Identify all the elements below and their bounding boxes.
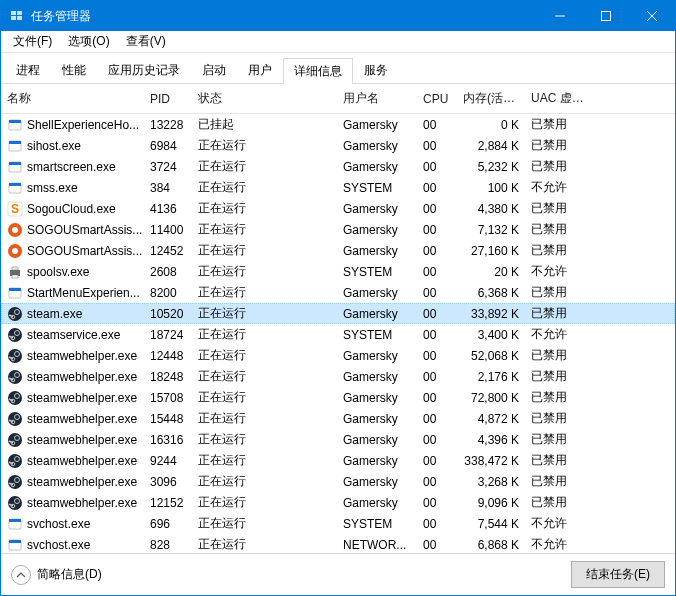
cell-memory: 33,892 K — [457, 307, 525, 321]
cell-name: steam.exe — [1, 306, 144, 322]
cell-status: 正在运行 — [192, 263, 337, 280]
table-row[interactable]: smss.exe384正在运行SYSTEM00100 K不允许 — [1, 177, 675, 198]
cell-memory: 2,176 K — [457, 370, 525, 384]
process-icon — [7, 474, 23, 490]
svg-rect-9 — [9, 120, 21, 123]
table-row[interactable]: ShellExperienceHo...13228已挂起Gamersky000 … — [1, 114, 675, 135]
table-row[interactable]: steamwebhelper.exe9244正在运行Gamersky00338,… — [1, 450, 675, 471]
cell-cpu: 00 — [417, 433, 457, 447]
table-row[interactable]: SOGOUSmartAssis...11400正在运行Gamersky007,1… — [1, 219, 675, 240]
cell-uac: 已禁用 — [525, 137, 595, 154]
menu-item-2[interactable]: 查看(V) — [118, 31, 174, 52]
cell-memory: 3,400 K — [457, 328, 525, 342]
table-row[interactable]: steamwebhelper.exe3096正在运行Gamersky003,26… — [1, 471, 675, 492]
table-row[interactable]: SSogouCloud.exe4136正在运行Gamersky004,380 K… — [1, 198, 675, 219]
table-body[interactable]: ShellExperienceHo...13228已挂起Gamersky000 … — [1, 114, 675, 553]
cell-user: Gamersky — [337, 475, 417, 489]
column-header-6[interactable]: UAC 虚拟化 — [525, 90, 595, 107]
table-row[interactable]: steamwebhelper.exe15448正在运行Gamersky004,8… — [1, 408, 675, 429]
cell-status: 正在运行 — [192, 536, 337, 553]
process-icon — [7, 348, 23, 364]
process-name: steamwebhelper.exe — [27, 349, 137, 363]
cell-cpu: 00 — [417, 286, 457, 300]
fewer-details-label[interactable]: 简略信息(D) — [37, 566, 102, 583]
cell-user: Gamersky — [337, 412, 417, 426]
menu-item-1[interactable]: 选项(O) — [60, 31, 117, 52]
cell-user: Gamersky — [337, 244, 417, 258]
cell-user: Gamersky — [337, 307, 417, 321]
tab-0[interactable]: 进程 — [5, 57, 51, 83]
table-row[interactable]: SOGOUSmartAssis...12452正在运行Gamersky0027,… — [1, 240, 675, 261]
table-row[interactable]: steamwebhelper.exe16316正在运行Gamersky004,3… — [1, 429, 675, 450]
tab-5[interactable]: 详细信息 — [283, 58, 353, 84]
cell-pid: 15708 — [144, 391, 192, 405]
cell-memory: 27,160 K — [457, 244, 525, 258]
minimize-button[interactable] — [537, 1, 583, 31]
cell-pid: 4136 — [144, 202, 192, 216]
cell-status: 正在运行 — [192, 515, 337, 532]
process-icon — [7, 117, 23, 133]
menu-item-0[interactable]: 文件(F) — [5, 31, 60, 52]
cell-user: Gamersky — [337, 223, 417, 237]
svg-rect-0 — [11, 11, 16, 15]
end-task-button[interactable]: 结束任务(E) — [571, 561, 665, 588]
cell-memory: 6,868 K — [457, 538, 525, 552]
cell-pid: 2608 — [144, 265, 192, 279]
table-row[interactable]: steam.exe10520正在运行Gamersky0033,892 K已禁用 — [1, 303, 675, 324]
table-row[interactable]: sihost.exe6984正在运行Gamersky002,884 K已禁用 — [1, 135, 675, 156]
table-row[interactable]: smartscreen.exe3724正在运行Gamersky005,232 K… — [1, 156, 675, 177]
column-header-5[interactable]: 内存(活动... — [457, 90, 525, 107]
cell-uac: 已禁用 — [525, 431, 595, 448]
column-header-1[interactable]: PID — [144, 92, 192, 106]
table-row[interactable]: steamwebhelper.exe18248正在运行Gamersky002,1… — [1, 366, 675, 387]
process-icon — [7, 327, 23, 343]
svg-rect-70 — [9, 540, 21, 543]
cell-user: SYSTEM — [337, 328, 417, 342]
cell-cpu: 00 — [417, 370, 457, 384]
process-icon — [7, 537, 23, 553]
process-icon — [7, 453, 23, 469]
cell-name: ShellExperienceHo... — [1, 117, 144, 133]
cell-name: steamwebhelper.exe — [1, 453, 144, 469]
tab-3[interactable]: 启动 — [191, 57, 237, 83]
maximize-button[interactable] — [583, 1, 629, 31]
table-row[interactable]: spoolsv.exe2608正在运行SYSTEM0020 K不允许 — [1, 261, 675, 282]
table-row[interactable]: svchost.exe828正在运行NETWOR...006,868 K不允许 — [1, 534, 675, 553]
cell-user: Gamersky — [337, 496, 417, 510]
cell-name: steamwebhelper.exe — [1, 495, 144, 511]
tab-2[interactable]: 应用历史记录 — [97, 57, 191, 83]
fewer-details-toggle[interactable] — [11, 565, 31, 585]
cell-status: 已挂起 — [192, 116, 337, 133]
table-header-row: 名称PID状态用户名CPU内存(活动...UAC 虚拟化 — [1, 84, 675, 114]
process-name: steamwebhelper.exe — [27, 433, 137, 447]
cell-uac: 不允许 — [525, 326, 595, 343]
table-row[interactable]: StartMenuExperien...8200正在运行Gamersky006,… — [1, 282, 675, 303]
table-row[interactable]: steamwebhelper.exe12152正在运行Gamersky009,0… — [1, 492, 675, 513]
table-row[interactable]: svchost.exe696正在运行SYSTEM007,544 K不允许 — [1, 513, 675, 534]
column-header-4[interactable]: CPU — [417, 92, 457, 106]
column-header-0[interactable]: 名称 — [1, 90, 144, 107]
cell-user: Gamersky — [337, 349, 417, 363]
process-name: StartMenuExperien... — [27, 286, 140, 300]
table-row[interactable]: steamwebhelper.exe15708正在运行Gamersky0072,… — [1, 387, 675, 408]
cell-uac: 已禁用 — [525, 200, 595, 217]
tab-1[interactable]: 性能 — [51, 57, 97, 83]
cell-uac: 不允许 — [525, 179, 595, 196]
cell-user: Gamersky — [337, 454, 417, 468]
cell-pid: 828 — [144, 538, 192, 552]
cell-cpu: 00 — [417, 496, 457, 510]
process-icon — [7, 285, 23, 301]
process-icon: S — [7, 201, 23, 217]
cell-memory: 9,096 K — [457, 496, 525, 510]
tab-6[interactable]: 服务 — [353, 57, 399, 83]
cell-status: 正在运行 — [192, 494, 337, 511]
cell-pid: 696 — [144, 517, 192, 531]
cell-user: SYSTEM — [337, 265, 417, 279]
cell-name: spoolsv.exe — [1, 264, 144, 280]
close-button[interactable] — [629, 1, 675, 31]
column-header-2[interactable]: 状态 — [192, 90, 337, 107]
tab-4[interactable]: 用户 — [237, 57, 283, 83]
table-row[interactable]: steamwebhelper.exe12448正在运行Gamersky0052,… — [1, 345, 675, 366]
table-row[interactable]: steamservice.exe18724正在运行SYSTEM003,400 K… — [1, 324, 675, 345]
column-header-3[interactable]: 用户名 — [337, 90, 417, 107]
